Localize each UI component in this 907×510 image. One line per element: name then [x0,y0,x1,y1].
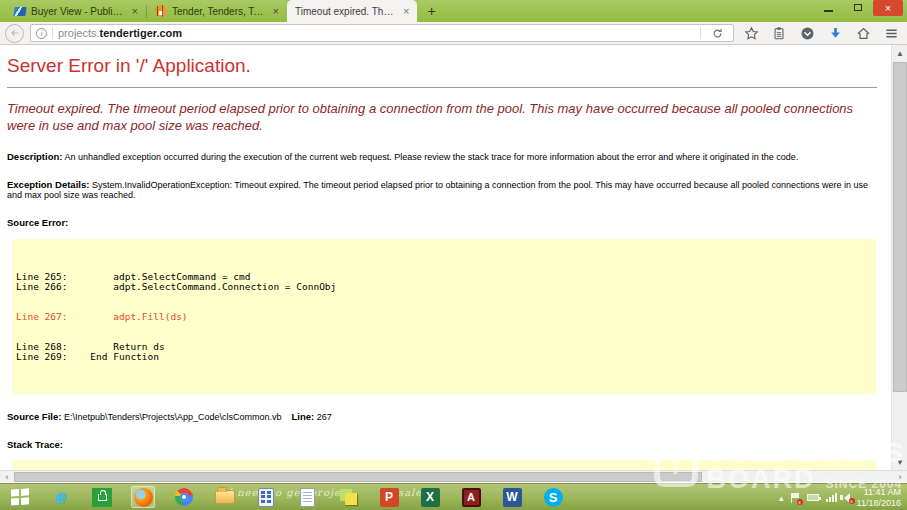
tab-close-icon[interactable]: × [132,5,138,17]
excel-icon: X [421,488,440,507]
taskbar-powerpoint[interactable]: P [377,486,401,508]
system-tray: ▴ x x 11:41 AM 11/18/2016 [779,484,905,510]
tab-timeout-active[interactable]: Timeout expired. The timeout... × [287,0,417,22]
tray-date: 11/18/2016 [857,498,901,509]
exception-text: System.InvalidOperationException: Timeou… [7,180,868,200]
chrome-icon [175,488,193,506]
taskbar-firefox-active[interactable] [131,486,155,508]
firefox-icon [134,488,153,507]
description-text: An unhandled exception occurred during t… [64,152,798,162]
taskbar-excel[interactable]: X [418,486,442,508]
line-number: 267 [317,412,332,422]
windows-store-icon [92,488,112,507]
url-subdomain: projects. [58,27,100,39]
taskbar-notepad[interactable] [295,486,319,508]
horizontal-scrollbar[interactable]: ‹ › [0,470,907,482]
divider [7,87,877,88]
scroll-left-icon[interactable]: ‹ [0,471,14,483]
internet-explorer-icon: e [56,486,67,508]
restore-button[interactable] [844,0,871,15]
source-file-label: Source File: [7,411,61,422]
scroll-down-icon[interactable]: ▼ [892,454,907,470]
url-domain: tendertiger.com [100,27,183,39]
taskbar-windows-store[interactable] [90,486,114,508]
exception-label: Exception Details: [7,179,89,190]
vertical-scroll-thumb[interactable] [893,62,907,392]
calculator-icon [258,488,274,507]
back-button[interactable] [5,24,24,43]
windows-logo-icon [11,489,29,506]
taskbar-file-explorer[interactable] [213,486,237,508]
tab-title: Buyer View - Public Contr... [31,6,124,17]
downloads-icon[interactable] [824,23,846,43]
error-message: Timeout expired. The timeout period elap… [7,100,879,134]
tab-buyer-view[interactable]: Buyer View - Public Contr... × [6,0,146,22]
url-text: projects.tendertiger.com [58,27,182,39]
window-controls: × [815,0,903,16]
stack-trace-label: Stack Trace: [7,439,879,450]
acrobat-icon: A [462,488,481,507]
volume-muted-icon[interactable]: x [844,493,850,503]
source-file-line: Source File: E:\Inetpub\Tenders\Projects… [7,411,879,422]
page-title: Server Error in '/' Application. [7,55,879,77]
tab-close-icon[interactable]: × [273,5,279,17]
tab-bar: Buyer View - Public Contr... × Tender, T… [0,0,907,22]
tiger-favicon-icon [155,5,167,17]
taskbar-chrome[interactable] [172,486,196,508]
menu-hamburger-icon[interactable] [880,23,902,43]
back-arrow-icon [9,27,21,39]
skype-icon: S [544,488,563,507]
taskbar-skype[interactable]: S [541,486,565,508]
home-icon[interactable] [852,23,874,43]
minimize-button[interactable] [815,0,842,15]
battery-icon[interactable] [807,494,819,501]
new-tab-button[interactable]: + [417,3,445,19]
file-explorer-icon [215,490,235,504]
reload-icon[interactable] [706,23,728,43]
taskbar-acrobat[interactable]: A [459,486,483,508]
code-error-line: Line 267: adpt.Fill(ds) [16,312,876,322]
tray-clock[interactable]: 11:41 AM 11/18/2016 [857,487,905,508]
tab-title: Timeout expired. The timeout... [295,6,395,17]
navigation-bar: projects.tendertiger.com [0,22,907,45]
scroll-right-icon[interactable]: › [893,471,907,483]
tray-expand-icon[interactable]: ▴ [779,493,784,503]
wallpaper-handwriting: I need to get project [228,487,353,498]
taskbar-internet-explorer[interactable]: e [49,486,73,508]
start-button[interactable] [8,486,32,508]
taskbar-sticky-notes[interactable] [336,486,360,508]
source-error-label: Source Error: [7,217,879,228]
notepad-icon [300,488,315,507]
stack-trace-box: [InvalidOperationException: Timeout expi… [12,460,876,470]
code-after-error: Line 268: Return ds Line 269: End Functi… [16,342,876,362]
url-divider [52,27,53,39]
sticky-notes-icon [339,488,357,506]
network-signal-icon[interactable] [826,493,837,502]
line-label: Line: [292,411,315,422]
source-file-path: E:\Inetpub\Tenders\Projects\App_Code\cls… [64,412,282,422]
screen: Buyer View - Public Contr... × Tender, T… [0,0,907,510]
url-divider [700,27,701,39]
page-info-icon[interactable] [36,28,47,39]
exception-details-line: Exception Details: System.InvalidOperati… [7,179,879,200]
tab-tender[interactable]: Tender, Tenders, Tender ... × [147,0,287,22]
horizontal-scroll-thumb[interactable] [14,472,702,482]
close-button[interactable]: × [873,0,903,16]
pocket-icon[interactable] [796,23,818,43]
action-center-flag-icon[interactable]: x [791,493,800,503]
source-error-code-box: Line 265: adpt.SelectCommand = cmd Line … [12,239,876,394]
url-bar[interactable]: projects.tendertiger.com [30,24,734,42]
bookmarks-clipboard-icon[interactable] [768,23,790,43]
bookmark-star-icon[interactable] [740,23,762,43]
vertical-scrollbar[interactable]: ▲ ▼ [891,45,907,470]
tab-close-icon[interactable]: × [403,5,409,17]
error-page: Server Error in '/' Application. Timeout… [0,45,891,470]
taskbar: I need to get project sales e P X A W S … [0,483,907,510]
tray-time: 11:41 AM [857,487,901,498]
buyer-view-favicon-icon [13,7,26,16]
scroll-up-icon[interactable]: ▲ [892,45,907,61]
taskbar-calculator[interactable] [254,486,278,508]
taskbar-word[interactable]: W [500,486,524,508]
word-icon: W [503,488,522,507]
description-line: Description: An unhandled exception occu… [7,151,879,162]
